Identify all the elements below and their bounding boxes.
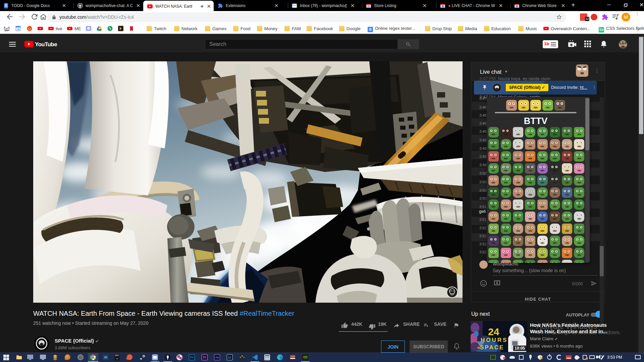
svg-text:24: 24: [488, 326, 499, 337]
svg-text:BTTV: BTTV: [524, 116, 548, 126]
svg-text:IN: IN: [477, 346, 480, 349]
svg-text:HOURS: HOURS: [481, 337, 508, 343]
svg-text:SPACE: SPACE: [480, 344, 504, 351]
svg-text:15: 15: [17, 28, 20, 31]
svg-text:100+: 100+: [4, 29, 9, 32]
